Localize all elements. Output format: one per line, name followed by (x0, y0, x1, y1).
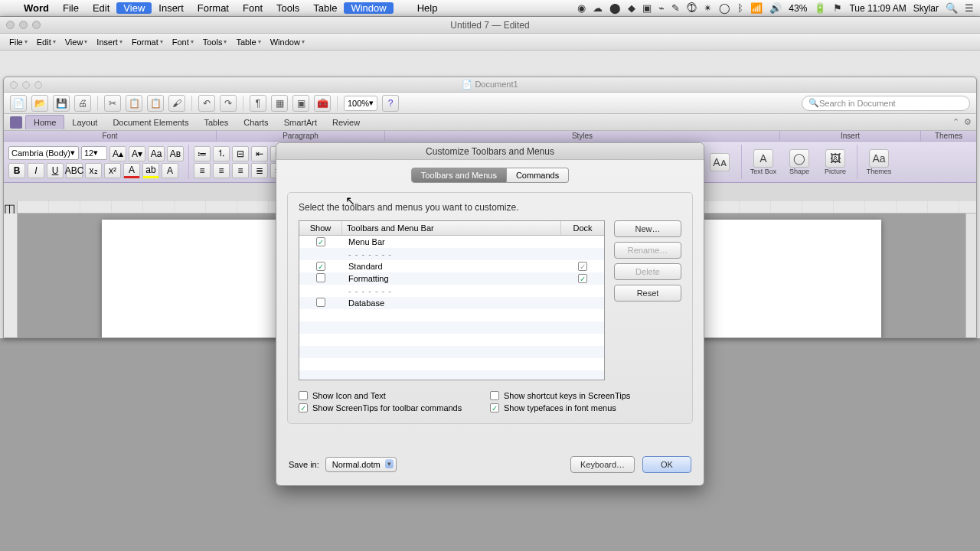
cut-button[interactable]: ✂ (104, 95, 121, 112)
strikethrough-button[interactable]: ABC (66, 163, 83, 178)
check-shortcut-keys[interactable]: Show shortcut keys in ScreenTips (490, 391, 681, 400)
font-size-select[interactable]: 12 ▾ (81, 146, 107, 160)
status-icon[interactable]: ◯ (719, 2, 730, 14)
word-menu-tools[interactable]: Tools▾ (198, 37, 232, 47)
status-icon[interactable]: ⌁ (658, 2, 665, 14)
list-item[interactable]: Menu Bar (299, 236, 604, 248)
tab-review[interactable]: Review (325, 116, 368, 129)
status-icon[interactable]: ✎ (671, 2, 680, 14)
col-name[interactable]: Toolbars and Menu Bar (342, 221, 561, 235)
word-menu-window[interactable]: Window▾ (266, 37, 309, 47)
status-icon[interactable]: ⓵ (687, 2, 697, 14)
tab-home[interactable]: Home (25, 115, 64, 129)
menu-edit[interactable]: Edit (86, 2, 116, 14)
col-show[interactable]: Show (299, 221, 342, 235)
status-icon[interactable]: ✴ (704, 2, 712, 14)
toolbars-listbox[interactable]: Show Toolbars and Menu Bar Dock Menu Bar… (299, 220, 605, 380)
toolbox-button[interactable]: 🧰 (314, 95, 331, 112)
show-marks-button[interactable]: ¶ (250, 95, 266, 112)
home-icon[interactable] (10, 116, 22, 129)
vertical-ruler[interactable] (4, 214, 18, 337)
menu-help[interactable]: Help (410, 2, 445, 14)
check-icon-text[interactable]: Show Icon and Text (299, 391, 490, 400)
styles-pane-button[interactable]: Aᴀ (703, 145, 737, 179)
word-menu-edit[interactable]: Edit▾ (32, 37, 60, 47)
bullets-button[interactable]: ≔ (194, 146, 211, 161)
check-typefaces[interactable]: Show typefaces in font menus (490, 403, 681, 412)
ruler-corner[interactable]: ◫ (4, 201, 18, 214)
redo-button[interactable]: ↷ (220, 95, 237, 112)
word-menu-format[interactable]: Format▾ (127, 37, 168, 47)
dock-checkbox[interactable] (578, 262, 587, 271)
notification-icon[interactable]: ☰ (965, 2, 974, 14)
bluetooth-icon[interactable]: ᛒ (737, 2, 743, 14)
list-item[interactable]: Database (299, 297, 604, 309)
menu-window[interactable]: Window (344, 2, 393, 14)
tab-charts[interactable]: Charts (236, 116, 276, 129)
paste-button[interactable]: 📋 (147, 95, 164, 112)
menu-table[interactable]: Table (306, 2, 344, 14)
tab-document-elements[interactable]: Document Elements (105, 116, 196, 129)
word-menu-view[interactable]: View▾ (60, 37, 93, 47)
underline-button[interactable]: U (47, 163, 64, 178)
subscript-button[interactable]: x₂ (85, 163, 102, 178)
print-button[interactable]: 🖨 (74, 95, 91, 112)
new-button[interactable]: New… (614, 220, 681, 237)
menu-insert[interactable]: Insert (152, 2, 191, 14)
status-icon[interactable]: ▣ (642, 2, 652, 14)
justify-button[interactable]: ≣ (251, 163, 268, 178)
font-name-select[interactable]: Cambria (Body) ▾ (8, 146, 79, 160)
outdent-button[interactable]: ⇤ (251, 146, 268, 161)
undo-button[interactable]: ↶ (198, 95, 215, 112)
sidebar-button[interactable]: ▦ (271, 95, 288, 112)
dialog-titlebar[interactable]: Customize Toolbars and Menus (276, 143, 704, 160)
check-screentips[interactable]: Show ScreenTips for toolbar commands (299, 403, 490, 412)
tab-toolbars-menus[interactable]: Toolbars and Menus (411, 168, 507, 183)
doc-traffic-lights[interactable] (10, 81, 42, 89)
align-center-button[interactable]: ≡ (213, 163, 230, 178)
menu-format[interactable]: Format (191, 2, 236, 14)
superscript-button[interactable]: x² (104, 163, 121, 178)
align-right-button[interactable]: ≡ (232, 163, 249, 178)
font-color-button[interactable]: A (123, 163, 140, 178)
collapse-ribbon-icon[interactable]: ⌃ (952, 117, 959, 127)
search-input[interactable]: 🔍 Search in Document (802, 96, 970, 111)
gallery-button[interactable]: ▣ (292, 95, 309, 112)
list-item[interactable]: - - - - - - - (299, 248, 604, 260)
show-checkbox[interactable] (316, 273, 325, 282)
status-icon[interactable]: ⬤ (609, 2, 621, 14)
menu-tools[interactable]: Tools (270, 2, 306, 14)
list-item[interactable]: Formatting (299, 272, 604, 285)
new-button[interactable]: 📄 (10, 95, 27, 112)
delete-button[interactable]: Delete (614, 263, 681, 280)
user-name[interactable]: Skylar (913, 3, 939, 14)
shrink-font-button[interactable]: A▾ (129, 146, 145, 161)
status-icon[interactable]: ◉ (577, 2, 586, 14)
list-item[interactable]: - - - - - - - (299, 285, 604, 297)
keyboard-button[interactable]: Keyboard… (570, 456, 635, 473)
status-icon[interactable]: ☁ (593, 2, 603, 14)
word-menu-file[interactable]: File▾ (5, 37, 32, 47)
wifi-icon[interactable]: 📶 (750, 2, 763, 14)
tab-commands[interactable]: Commands (507, 168, 569, 183)
reset-button[interactable]: Reset (614, 285, 681, 302)
insert-shape-button[interactable]: ◯Shape (782, 145, 816, 179)
numbering-button[interactable]: ⒈ (213, 146, 230, 161)
align-left-button[interactable]: ≡ (194, 163, 211, 178)
grow-font-button[interactable]: A▴ (109, 146, 126, 161)
battery-icon[interactable]: 🔋 (814, 2, 826, 14)
change-case-button[interactable]: Aa (148, 146, 165, 161)
ok-button[interactable]: OK (642, 456, 691, 473)
rename-button[interactable]: Rename… (614, 242, 681, 259)
highlight-button[interactable]: ab (142, 163, 159, 178)
word-menu-table[interactable]: Table▾ (231, 37, 265, 47)
spotlight-icon[interactable]: 🔍 (946, 2, 958, 14)
bold-button[interactable]: B (8, 163, 25, 178)
savein-select[interactable]: Normal.dotm (325, 457, 397, 472)
format-painter-button[interactable]: 🖌 (168, 95, 185, 112)
app-menu[interactable]: Word (17, 2, 56, 14)
copy-button[interactable]: 📋 (126, 95, 142, 112)
vertical-scrollbar[interactable] (965, 214, 976, 337)
word-menu-insert[interactable]: Insert▾ (92, 37, 127, 47)
tab-layout[interactable]: Layout (64, 116, 105, 129)
